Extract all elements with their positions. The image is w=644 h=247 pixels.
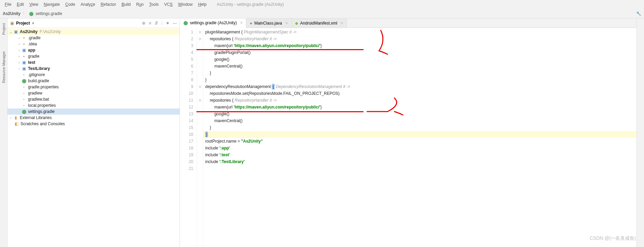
menu-navigate[interactable]: Navigate [42, 1, 62, 8]
tree-root-path: F:\As2Unity [40, 29, 61, 34]
tree-item[interactable]: ›▣app [8, 47, 180, 53]
tree-item[interactable]: ›▪.gradle [8, 35, 180, 41]
menu-help[interactable]: Help [196, 1, 209, 8]
menu-tools[interactable]: Tools [147, 1, 161, 8]
close-icon[interactable]: × [240, 20, 242, 25]
editor-body[interactable]: 123456789101112131415161718192021 ⊟⊟⊟⊟ p… [180, 28, 636, 247]
tree-item[interactable]: ›▣TestLibrary [8, 66, 180, 72]
tree-item-label: gradle [28, 54, 39, 59]
menu-edit[interactable]: Edit [15, 1, 26, 8]
tree-item[interactable]: ›▪gradle [8, 53, 180, 59]
expand-icon[interactable]: › [17, 48, 21, 52]
tree-item[interactable]: ▫gradlew [8, 90, 180, 96]
tool-icon[interactable]: 🔧 [636, 11, 641, 16]
project-tool-window: ▣ Project ▾ ⊕ ≡ ⇵ | ✷ — ⌄ ▣ As2Unity F:\… [8, 18, 180, 247]
breadcrumb-root[interactable]: As2Unity [3, 11, 20, 16]
left-tool-rail: Project Resource Manager [0, 18, 8, 247]
close-icon[interactable]: × [341, 21, 343, 26]
tree-item[interactable]: ▫local.properties [8, 102, 180, 108]
editor-tab[interactable]: ⬤settings.gradle (As2Unity)× [180, 18, 246, 28]
expand-icon[interactable]: › [17, 61, 21, 64]
menu-refactor[interactable]: Refactor [99, 1, 118, 8]
tree-item[interactable]: ▫.gitignore [8, 72, 180, 78]
editor-tabs: ⬤settings.gradle (As2Unity)×●MainClass.j… [180, 18, 636, 28]
tree-item[interactable]: ▫gradlew.bat [8, 96, 180, 102]
gradle-icon: ⬤ [21, 78, 27, 83]
chevron-right-icon: 〉 [23, 11, 27, 16]
tree-item-label: .idea [28, 42, 37, 46]
tab-label: AndroidManifest.xml [300, 21, 337, 26]
tree-item-label: app [28, 48, 35, 53]
menu-file[interactable]: File [3, 1, 13, 8]
tab-project[interactable]: Project [2, 22, 6, 36]
dropdown-icon[interactable]: ▾ [32, 21, 34, 26]
close-icon[interactable]: × [285, 21, 288, 26]
tab-label: settings.gradle (As2Unity) [190, 20, 237, 25]
tree-item-label: .gradle [28, 35, 41, 40]
android-icon: ◆ [295, 21, 298, 26]
menu-run[interactable]: Run [134, 1, 146, 8]
tree-item[interactable]: ▫gradle.properties [8, 84, 180, 90]
collapse-all-icon[interactable]: ⇵ [155, 21, 158, 26]
menu-view[interactable]: View [27, 1, 40, 8]
watermark: CSDN @|一条臭咸鱼| [590, 235, 636, 242]
breadcrumb-file[interactable]: settings.gradle [36, 11, 62, 16]
expand-all-icon[interactable]: ≡ [149, 21, 151, 26]
fold-gutter[interactable]: ⊟⊟⊟⊟ [197, 28, 203, 247]
expand-icon[interactable]: › [17, 36, 21, 40]
menu-vcs[interactable]: VCS [162, 1, 175, 8]
tree-item-label: .gitignore [28, 72, 45, 77]
expand-icon[interactable]: › [17, 55, 21, 58]
code-content[interactable]: pluginManagement { PluginManagementSpec … [203, 28, 636, 247]
expand-icon[interactable]: › [9, 116, 13, 120]
editor-tab[interactable]: ◆AndroidManifest.xml× [292, 18, 347, 28]
expand-icon[interactable]: › [17, 67, 21, 71]
gradle-icon: ⬤ [21, 109, 27, 114]
tree-item[interactable]: ›▣test [8, 59, 180, 66]
gradle-icon: ⬤ [183, 20, 188, 25]
tree-item-label: build.gradle [28, 78, 49, 83]
menu-window[interactable]: Window [176, 1, 195, 8]
library-icon: ▮ [13, 115, 18, 120]
scratch-icon: ◧ [14, 121, 19, 126]
menu-build[interactable]: Build [120, 1, 133, 8]
gradle-icon: ⬤ [29, 11, 33, 16]
tree-label: Scratches and Consoles [20, 121, 65, 126]
line-gutter: 123456789101112131415161718192021 [180, 28, 197, 247]
tree-external-libraries[interactable]: › ▮ External Libraries [8, 115, 180, 121]
tree-item[interactable]: ⬤build.gradle [8, 78, 180, 84]
app-title: As2Unity - settings.gradle (As2Unity) [217, 2, 284, 7]
file-icon: ▫ [21, 91, 27, 96]
menu-analyze[interactable]: Analyze [79, 1, 97, 8]
tree-root[interactable]: ⌄ ▣ As2Unity F:\As2Unity [8, 29, 180, 35]
module-icon: ▣ [13, 29, 18, 34]
tree-item-label: gradlew.bat [28, 97, 49, 102]
select-opened-file-icon[interactable]: ⊕ [142, 21, 145, 26]
tree-item[interactable]: ›▪.idea [8, 41, 180, 47]
tree-item[interactable]: ⬤settings.gradle [8, 108, 180, 115]
project-icon: ▣ [10, 21, 14, 26]
tree-label: External Libraries [20, 115, 52, 120]
breadcrumb: As2Unity 〉 ⬤ settings.gradle 🔧 [0, 9, 644, 18]
tree-item-label: settings.gradle [28, 109, 55, 114]
divider: | [162, 21, 163, 26]
tab-resource-manager[interactable]: Resource Manager [2, 50, 6, 85]
file-icon: ▫ [21, 97, 27, 102]
tree-root-label: As2Unity [20, 29, 38, 34]
tree-scratches[interactable]: ◧ Scratches and Consoles [8, 121, 180, 127]
expand-icon[interactable]: › [17, 42, 21, 46]
java-icon: ● [250, 21, 252, 26]
hide-icon[interactable]: — [173, 21, 177, 26]
editor-tab[interactable]: ●MainClass.java× [246, 18, 292, 28]
editor-area: ⬤settings.gradle (As2Unity)×●MainClass.j… [180, 18, 636, 247]
project-tree[interactable]: ⌄ ▣ As2Unity F:\As2Unity ›▪.gradle›▪.ide… [8, 28, 180, 247]
expand-icon[interactable]: ⌄ [9, 30, 13, 34]
menu-bar: File Edit View Navigate Code Analyze Ref… [0, 0, 644, 9]
file-icon: ▫ [21, 103, 27, 108]
sidebar-title: Project [16, 21, 30, 26]
module-icon: ▣ [21, 66, 27, 71]
file-icon: ▫ [21, 85, 27, 89]
tree-item-label: test [28, 60, 35, 65]
settings-icon[interactable]: ✷ [166, 21, 169, 26]
menu-code[interactable]: Code [63, 1, 77, 8]
